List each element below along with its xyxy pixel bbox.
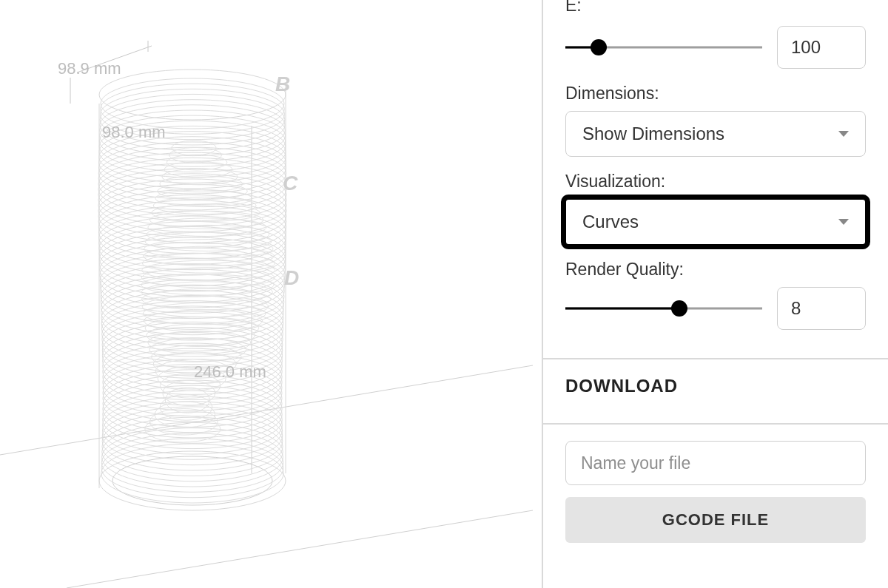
edge-letter-b: B [275,72,290,96]
svg-point-77 [101,439,283,498]
svg-point-51 [102,301,283,356]
e-slider[interactable] [565,33,762,62]
svg-point-3 [99,451,286,510]
dimensions-label: Dimensions: [565,84,866,104]
dimensions-select[interactable]: Show Dimensions [565,111,866,157]
svg-point-69 [103,396,283,454]
dim-inner-width-label: 98.0 mm [102,123,166,142]
slider-thumb-icon[interactable] [591,39,607,55]
3d-viewport[interactable]: 98.9 mm 98.0 mm 246.0 mm B C D [0,0,542,588]
slider-thumb-icon[interactable] [671,300,687,317]
model-wireframe [0,0,542,588]
edge-letter-d: D [284,266,299,290]
svg-point-50 [101,296,283,351]
render-quality-input[interactable] [777,287,866,330]
filename-input[interactable] [565,441,866,485]
edge-letter-c: C [283,172,297,195]
svg-line-1 [67,510,533,588]
visualization-selected: Curves [582,212,639,232]
gcode-file-button[interactable]: GCODE FILE [565,497,866,543]
svg-point-75 [102,428,283,487]
chevron-down-icon [838,131,849,137]
e-value-input[interactable] [777,26,866,69]
svg-point-47 [101,280,284,335]
download-heading: DOWNLOAD [543,359,888,407]
svg-point-49 [101,290,283,345]
dim-top-width-label: 98.9 mm [58,59,121,78]
svg-point-23 [98,152,286,204]
dimensions-selected: Show Dimensions [582,124,724,144]
visualization-select[interactable]: Curves [565,199,866,245]
svg-point-46 [101,274,284,329]
visualization-label: Visualization: [565,172,866,192]
render-quality-label: Render Quality: [565,260,866,280]
chevron-down-icon [838,219,849,225]
settings-panel: E: Dimensions: Show Dimensions Visualiza… [542,0,888,588]
e-label: E: [565,0,866,16]
svg-point-78 [101,444,283,503]
render-quality-slider[interactable] [565,294,762,323]
svg-point-21 [98,142,286,194]
dim-height-label: 246.0 mm [194,362,266,382]
